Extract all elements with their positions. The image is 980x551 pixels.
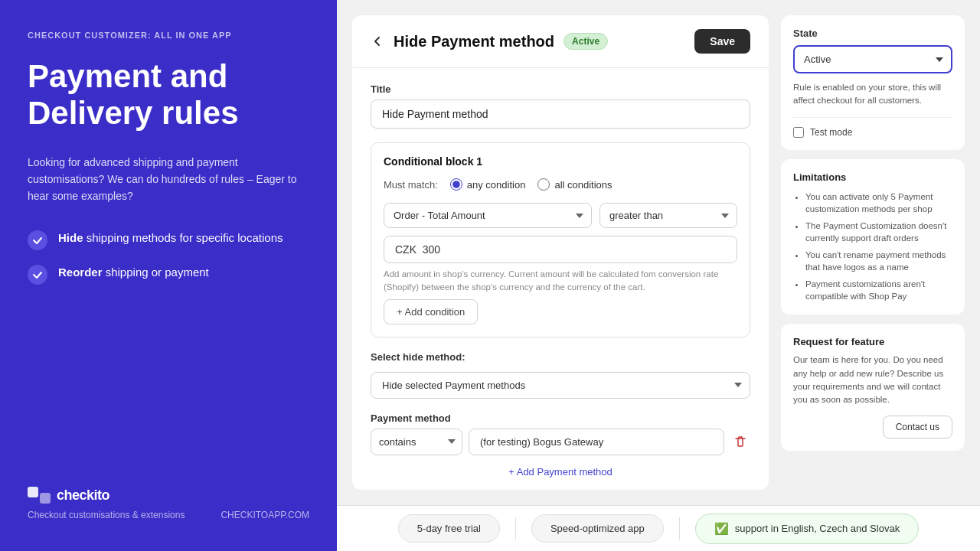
sidebar-top-label: Checkout Customizer: All in One App — [28, 31, 309, 40]
state-hint: Rule is enabled on your store, this will… — [793, 81, 952, 108]
state-label: State — [793, 28, 952, 39]
request-feature-title: Request for feature — [793, 336, 952, 347]
bottom-divider-2 — [679, 517, 680, 540]
panel-title: Hide Payment method — [394, 33, 554, 51]
sidebar-feature-1: Hide shipping methods for specific locat… — [28, 230, 309, 250]
bottom-pill-speed: Speed-optimized app — [531, 514, 664, 543]
radio-any-input[interactable] — [450, 178, 462, 191]
radio-any-condition[interactable]: any condition — [450, 178, 526, 191]
back-button[interactable] — [371, 34, 384, 48]
panel-body: Title Conditional block 1 Must match: an… — [352, 68, 769, 490]
condition-value-input[interactable] — [384, 236, 737, 263]
main-content: Hide Payment method Active Save Title Co… — [337, 0, 980, 551]
bottom-bar: 5-day free trial Speed-optimized app ✅ s… — [337, 505, 980, 551]
limitation-item-3: You can't rename payment methods that ha… — [805, 249, 952, 273]
payment-method-section: Payment method contains equals starts wi… — [371, 412, 750, 485]
panel-header: Hide Payment method Active Save — [352, 15, 769, 68]
delete-payment-method-button[interactable] — [730, 432, 750, 452]
bottom-pill-support: ✅ support in English, Czech and Slovak — [695, 514, 919, 544]
request-feature-card: Request for feature Our team is here for… — [781, 324, 965, 451]
payment-method-value-input[interactable] — [469, 429, 724, 455]
title-field: Title — [371, 83, 750, 129]
save-button[interactable]: Save — [694, 29, 750, 54]
title-field-label: Title — [371, 83, 750, 95]
test-mode-label: Test mode — [810, 127, 852, 138]
payment-method-label: Payment method — [371, 412, 750, 424]
logo-icon — [28, 487, 51, 504]
condition-hint: Add amount in shop's currency. Current a… — [384, 268, 737, 295]
bottom-divider-1 — [515, 517, 516, 540]
sidebar-description: Looking for advanced shipping and paymen… — [28, 154, 309, 205]
check-icon-1 — [28, 230, 47, 250]
state-card: State Active Inactive Rule is enabled on… — [781, 15, 965, 150]
payment-method-operator-select[interactable]: contains equals starts with — [371, 429, 462, 455]
active-badge: Active — [564, 33, 608, 50]
limitations-card: Limitations You can activate only 5 Paym… — [781, 159, 965, 315]
limitation-item-2: The Payment Customization doesn't curren… — [805, 220, 952, 244]
condition-field-select[interactable]: Order - Total Amount — [384, 203, 592, 228]
limitation-item-4: Payment customizations aren't compatible… — [805, 278, 952, 302]
request-feature-desc: Our team is here for you. Do you need an… — [793, 354, 952, 406]
sidebar-logo: checkito — [28, 487, 309, 504]
center-panel: Hide Payment method Active Save Title Co… — [352, 15, 769, 490]
hide-method-label: Select hide method: — [371, 351, 750, 363]
right-panel: State Active Inactive Rule is enabled on… — [781, 15, 965, 490]
add-payment-method-button[interactable]: + Add Payment method — [371, 458, 750, 485]
select-hide-method: Select hide method: Hide selected Paymen… — [371, 351, 750, 399]
condition-operator-select[interactable]: greater than less than equals — [599, 203, 737, 228]
checkmark-green-icon: ✅ — [714, 522, 729, 536]
radio-all-label: all conditions — [554, 179, 612, 191]
conditional-block: Conditional block 1 Must match: any cond… — [371, 142, 750, 337]
sidebar-feature-text-2: Reorder shipping or payment — [58, 264, 209, 282]
sidebar-main-title: Payment and Delivery rules — [28, 58, 309, 132]
logo-text: checkito — [57, 487, 109, 504]
must-match-label: Must match: — [384, 179, 438, 191]
bottom-pill-support-text: support in English, Czech and Slovak — [735, 523, 900, 534]
condition-row: Order - Total Amount greater than less t… — [384, 203, 737, 228]
payment-method-row: contains equals starts with — [371, 429, 750, 455]
test-mode-row: Test mode — [793, 117, 952, 138]
svg-rect-1 — [40, 493, 51, 504]
sidebar-bottom-row: Checkout customisations & extensions CHE… — [28, 510, 309, 520]
radio-any-label: any condition — [467, 179, 526, 191]
sidebar-feature-2: Reorder shipping or payment — [28, 264, 309, 285]
sidebar-feature-text-1: Hide shipping methods for specific locat… — [58, 230, 283, 247]
limitations-list: You can activate only 5 Payment customiz… — [793, 191, 952, 303]
limitations-title: Limitations — [793, 171, 952, 183]
sidebar-url: CHECKITOAPP.COM — [220, 510, 309, 520]
main-area: Hide Payment method Active Save Title Co… — [337, 0, 980, 505]
sidebar-footer: checkito Checkout customisations & exten… — [28, 487, 309, 520]
svg-rect-0 — [28, 487, 38, 497]
contact-us-button[interactable]: Contact us — [883, 416, 952, 439]
radio-all-input[interactable] — [537, 178, 550, 191]
conditional-block-title: Conditional block 1 — [384, 155, 737, 168]
must-match-row: Must match: any condition all conditions — [384, 178, 737, 191]
bottom-pill-trial: 5-day free trial — [398, 514, 500, 543]
check-icon-2 — [28, 265, 47, 285]
state-select[interactable]: Active Inactive — [793, 45, 952, 73]
hide-method-select[interactable]: Hide selected Payment methods Show selec… — [371, 372, 750, 399]
test-mode-checkbox[interactable] — [793, 127, 804, 138]
sidebar: Checkout Customizer: All in One App Paym… — [0, 0, 337, 551]
title-input[interactable] — [371, 99, 750, 129]
limitation-item-1: You can activate only 5 Payment customiz… — [805, 191, 952, 215]
radio-all-conditions[interactable]: all conditions — [537, 178, 612, 191]
add-condition-button[interactable]: + Add condition — [384, 299, 478, 324]
sidebar-sub-text: Checkout customisations & extensions — [28, 510, 185, 520]
